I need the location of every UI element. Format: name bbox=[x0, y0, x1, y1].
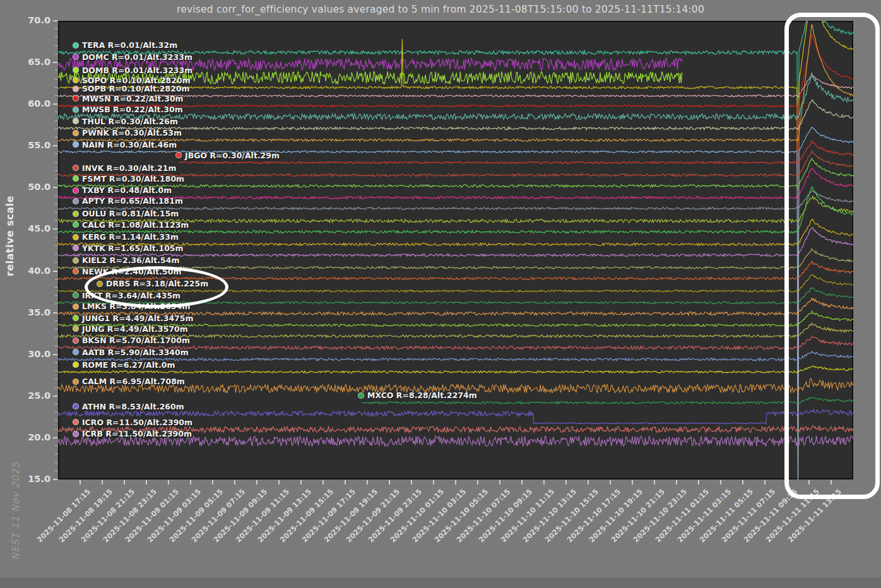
y-tick-mark bbox=[55, 429, 57, 430]
station-marker-TXBY bbox=[73, 187, 79, 194]
station-label-text: AATB R=5.90/Alt.3340m bbox=[82, 348, 189, 357]
y-tick-label: 45.0 bbox=[23, 223, 50, 233]
station-marker-CALG bbox=[73, 221, 79, 228]
station-label-text: CALM R=6.95/Alt.708m bbox=[82, 377, 185, 386]
y-tick-mark bbox=[55, 87, 57, 88]
station-marker-TERA bbox=[73, 42, 79, 49]
trace-TXBY bbox=[58, 168, 853, 199]
station-label-KIEL2: KIEL2 R=2.36/Alt.54m bbox=[73, 256, 180, 265]
y-tick-mark bbox=[55, 303, 57, 304]
y-tick-mark bbox=[53, 271, 57, 272]
y-tick-label: 65.0 bbox=[23, 57, 50, 67]
x-tick-mark bbox=[389, 480, 390, 485]
station-marker-BKSN bbox=[73, 338, 79, 344]
y-tick-label: 70.0 bbox=[23, 15, 50, 25]
x-tick-mark bbox=[212, 480, 213, 485]
station-label-DOMC: DOMC R=0.01/Alt.3233m bbox=[73, 52, 192, 62]
station-label-text: APTY R=0.65/Alt.181m bbox=[82, 196, 183, 206]
station-marker-KIEL2 bbox=[73, 257, 79, 264]
x-tick-mark bbox=[278, 480, 280, 485]
station-marker-PWNK bbox=[73, 130, 79, 136]
x-tick-mark bbox=[146, 480, 147, 485]
x-tick-mark bbox=[455, 480, 456, 485]
y-tick-mark bbox=[55, 79, 57, 79]
y-tick-mark bbox=[55, 237, 57, 238]
y-tick-mark bbox=[53, 62, 57, 63]
x-tick-mark bbox=[256, 480, 257, 485]
y-tick-label: 55.0 bbox=[23, 140, 50, 150]
x-tick-mark bbox=[565, 480, 567, 485]
x-tick-mark bbox=[521, 480, 523, 485]
station-label-DOMB: DOMB R=0.01/Alt.3233m bbox=[73, 66, 192, 75]
station-label-text: ICRB R=11.50/Alt.2390m bbox=[82, 429, 192, 438]
station-marker-INVK bbox=[73, 165, 79, 171]
y-tick-mark bbox=[55, 262, 57, 262]
station-label-text: PWNK R=0.30/Alt.53m bbox=[82, 128, 182, 138]
station-label-text: YKTK R=1.65/Alt.105m bbox=[82, 244, 184, 253]
y-tick-mark bbox=[53, 312, 57, 314]
y-tick-mark bbox=[55, 362, 57, 363]
station-label-JUNG: JUNG R=4.49/Alt.3570m bbox=[73, 324, 188, 334]
station-label-PWNK: PWNK R=0.30/Alt.53m bbox=[73, 128, 182, 138]
y-tick-mark bbox=[55, 471, 57, 471]
station-marker-MWSB bbox=[73, 107, 79, 113]
x-tick-mark bbox=[190, 480, 191, 485]
footer-strip bbox=[0, 578, 881, 588]
x-tick-mark bbox=[676, 480, 677, 485]
y-tick-mark bbox=[55, 112, 57, 112]
y-tick-label: 20.0 bbox=[23, 432, 50, 442]
y-tick-mark bbox=[55, 179, 57, 179]
station-label-text: ROME R=6.27/Alt.0m bbox=[82, 360, 175, 370]
y-tick-mark bbox=[55, 245, 57, 246]
y-tick-mark bbox=[55, 153, 57, 154]
y-axis-label: relative scale bbox=[4, 196, 16, 276]
station-label-TERA: TERA R=0.01/Alt.32m bbox=[73, 40, 177, 50]
x-tick-mark bbox=[433, 480, 434, 485]
station-marker-NAIN bbox=[73, 141, 79, 148]
station-marker-FSMT bbox=[73, 175, 79, 182]
y-tick-mark bbox=[53, 103, 57, 105]
x-tick-mark bbox=[168, 480, 169, 485]
y-tick-mark bbox=[53, 228, 57, 230]
y-tick-mark bbox=[55, 370, 57, 371]
station-marker-JUNG bbox=[73, 326, 79, 332]
station-marker-KERG bbox=[73, 234, 79, 240]
x-tick-mark bbox=[720, 480, 721, 485]
station-label-text: JBGO R=0.30/Alt.29m bbox=[185, 151, 280, 160]
station-marker-AATB bbox=[73, 349, 79, 355]
y-tick-mark bbox=[53, 145, 57, 146]
station-label-text: MWSN R=0.22/Alt.30m bbox=[82, 94, 184, 103]
station-label-text: CALG R=1.08/Alt.1123m bbox=[82, 220, 189, 230]
station-marker-YKTK bbox=[73, 245, 79, 251]
y-tick-mark bbox=[55, 445, 57, 446]
station-marker-ATHN bbox=[73, 403, 79, 409]
y-tick-mark bbox=[55, 162, 57, 163]
station-marker-ICRO bbox=[73, 419, 79, 425]
x-tick-mark bbox=[654, 480, 655, 485]
station-marker-ICRB bbox=[73, 431, 79, 437]
station-marker-LMKS bbox=[73, 303, 79, 310]
station-label-CALM: CALM R=6.95/Alt.708m bbox=[73, 377, 185, 386]
station-marker-ROME bbox=[73, 362, 79, 368]
y-tick-mark bbox=[55, 404, 57, 404]
station-label-text: ATHN R=8.53/Alt.260m bbox=[82, 402, 184, 411]
x-tick-mark bbox=[499, 480, 500, 485]
y-tick-mark bbox=[55, 454, 57, 454]
y-tick-label: 30.0 bbox=[23, 349, 50, 359]
trace-ROME bbox=[58, 366, 853, 373]
x-tick-mark bbox=[764, 480, 766, 485]
y-tick-mark bbox=[55, 121, 57, 121]
y-tick-mark bbox=[53, 354, 57, 355]
y-tick-mark bbox=[55, 95, 57, 96]
watermark: NEST 11 Nov 2025 bbox=[10, 462, 21, 560]
station-label-MWSB: MWSB R=0.22/Alt.30m bbox=[73, 105, 183, 114]
station-label-KERG: KERG R=1.14/Alt.33m bbox=[73, 232, 179, 242]
station-marker-OULU bbox=[73, 211, 79, 217]
station-label-BKSN: BKSN R=5.70/Alt.1700m bbox=[73, 336, 190, 345]
x-tick-mark bbox=[610, 480, 611, 485]
circled-station-annotation bbox=[85, 266, 228, 308]
station-label-text: BKSN R=5.70/Alt.1700m bbox=[82, 336, 190, 345]
x-tick-mark bbox=[367, 480, 368, 485]
y-tick-mark bbox=[55, 420, 57, 421]
station-label-CALG: CALG R=1.08/Alt.1123m bbox=[73, 220, 189, 230]
